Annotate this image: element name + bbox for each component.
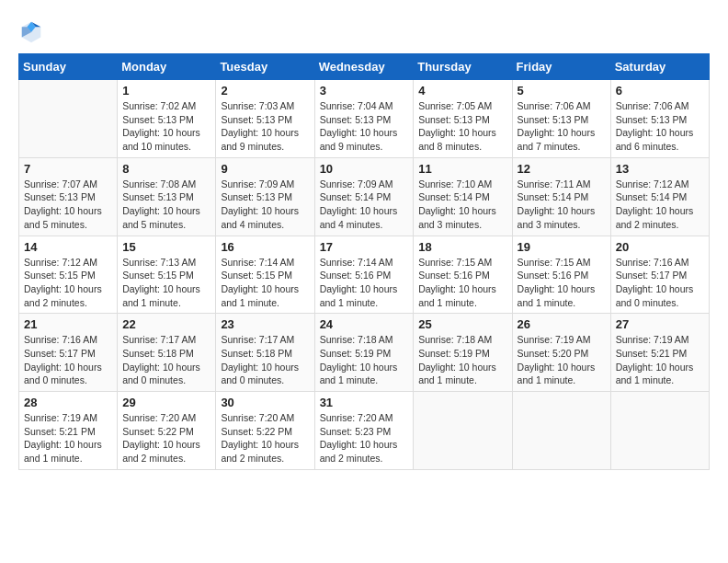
calendar-week-1: 1Sunrise: 7:02 AM Sunset: 5:13 PM Daylig… — [19, 80, 710, 158]
day-info: Sunrise: 7:20 AM Sunset: 5:23 PM Dayligh… — [320, 411, 409, 465]
day-header-thursday: Thursday — [414, 54, 512, 80]
calendar-cell — [610, 392, 709, 470]
day-info: Sunrise: 7:13 AM Sunset: 5:15 PM Dayligh… — [122, 256, 210, 310]
calendar-week-3: 14Sunrise: 7:12 AM Sunset: 5:15 PM Dayli… — [19, 236, 710, 314]
day-info: Sunrise: 7:04 AM Sunset: 5:13 PM Dayligh… — [320, 99, 409, 154]
day-number: 3 — [320, 84, 409, 98]
calendar-cell: 30Sunrise: 7:20 AM Sunset: 5:22 PM Dayli… — [216, 392, 314, 470]
day-info: Sunrise: 7:12 AM Sunset: 5:14 PM Dayligh… — [616, 178, 704, 232]
day-number: 11 — [418, 162, 506, 176]
calendar-cell: 21Sunrise: 7:16 AM Sunset: 5:17 PM Dayli… — [19, 314, 118, 392]
day-number: 25 — [418, 317, 506, 331]
calendar-cell: 17Sunrise: 7:14 AM Sunset: 5:16 PM Dayli… — [314, 236, 414, 314]
calendar-cell: 29Sunrise: 7:20 AM Sunset: 5:22 PM Dayli… — [118, 392, 216, 470]
calendar-cell: 25Sunrise: 7:18 AM Sunset: 5:19 PM Dayli… — [414, 314, 512, 392]
day-info: Sunrise: 7:02 AM Sunset: 5:13 PM Dayligh… — [122, 99, 210, 154]
day-info: Sunrise: 7:19 AM Sunset: 5:21 PM Dayligh… — [616, 333, 704, 387]
day-info: Sunrise: 7:14 AM Sunset: 5:15 PM Dayligh… — [221, 256, 309, 310]
day-number: 18 — [418, 240, 506, 254]
calendar-cell: 26Sunrise: 7:19 AM Sunset: 5:20 PM Dayli… — [512, 314, 610, 392]
day-number: 17 — [320, 240, 409, 254]
day-header-tuesday: Tuesday — [216, 54, 314, 80]
day-info: Sunrise: 7:20 AM Sunset: 5:22 PM Dayligh… — [221, 411, 309, 465]
calendar-cell: 28Sunrise: 7:19 AM Sunset: 5:21 PM Dayli… — [19, 392, 118, 470]
day-info: Sunrise: 7:15 AM Sunset: 5:16 PM Dayligh… — [518, 256, 606, 310]
day-info: Sunrise: 7:11 AM Sunset: 5:14 PM Dayligh… — [518, 178, 606, 232]
calendar-cell: 22Sunrise: 7:17 AM Sunset: 5:18 PM Dayli… — [118, 314, 216, 392]
day-number: 2 — [221, 84, 309, 98]
calendar-cell: 8Sunrise: 7:08 AM Sunset: 5:13 PM Daylig… — [118, 157, 216, 236]
day-number: 23 — [221, 317, 309, 331]
day-info: Sunrise: 7:14 AM Sunset: 5:16 PM Dayligh… — [320, 256, 409, 310]
calendar-cell: 19Sunrise: 7:15 AM Sunset: 5:16 PM Dayli… — [512, 236, 610, 314]
logo-icon — [18, 18, 44, 44]
day-info: Sunrise: 7:06 AM Sunset: 5:13 PM Dayligh… — [518, 99, 606, 154]
calendar-cell: 14Sunrise: 7:12 AM Sunset: 5:15 PM Dayli… — [19, 236, 118, 314]
day-info: Sunrise: 7:18 AM Sunset: 5:19 PM Dayligh… — [320, 333, 409, 387]
day-info: Sunrise: 7:12 AM Sunset: 5:15 PM Dayligh… — [24, 256, 112, 310]
day-number: 12 — [518, 162, 606, 176]
calendar-week-2: 7Sunrise: 7:07 AM Sunset: 5:13 PM Daylig… — [19, 157, 710, 236]
day-info: Sunrise: 7:19 AM Sunset: 5:20 PM Dayligh… — [518, 333, 606, 387]
day-info: Sunrise: 7:10 AM Sunset: 5:14 PM Dayligh… — [418, 178, 506, 232]
calendar-cell: 24Sunrise: 7:18 AM Sunset: 5:19 PM Dayli… — [314, 314, 414, 392]
day-number: 10 — [320, 162, 409, 176]
calendar-week-4: 21Sunrise: 7:16 AM Sunset: 5:17 PM Dayli… — [19, 314, 710, 392]
day-number: 26 — [518, 317, 606, 331]
day-info: Sunrise: 7:05 AM Sunset: 5:13 PM Dayligh… — [418, 99, 506, 154]
day-number: 20 — [616, 240, 704, 254]
day-header-wednesday: Wednesday — [314, 54, 414, 80]
day-info: Sunrise: 7:08 AM Sunset: 5:13 PM Dayligh… — [122, 178, 210, 232]
day-info: Sunrise: 7:17 AM Sunset: 5:18 PM Dayligh… — [221, 333, 309, 387]
calendar-cell: 2Sunrise: 7:03 AM Sunset: 5:13 PM Daylig… — [216, 80, 314, 158]
day-info: Sunrise: 7:16 AM Sunset: 5:17 PM Dayligh… — [616, 256, 704, 310]
calendar-cell: 1Sunrise: 7:02 AM Sunset: 5:13 PM Daylig… — [118, 80, 216, 158]
day-info: Sunrise: 7:15 AM Sunset: 5:16 PM Dayligh… — [418, 256, 506, 310]
day-number: 16 — [221, 240, 309, 254]
day-info: Sunrise: 7:17 AM Sunset: 5:18 PM Dayligh… — [122, 333, 210, 387]
day-number: 5 — [518, 84, 606, 98]
calendar-cell: 27Sunrise: 7:19 AM Sunset: 5:21 PM Dayli… — [610, 314, 709, 392]
day-header-friday: Friday — [512, 54, 610, 80]
day-info: Sunrise: 7:07 AM Sunset: 5:13 PM Dayligh… — [24, 178, 112, 232]
calendar-table: SundayMondayTuesdayWednesdayThursdayFrid… — [18, 53, 710, 470]
day-number: 24 — [320, 317, 409, 331]
day-info: Sunrise: 7:09 AM Sunset: 5:13 PM Dayligh… — [221, 178, 309, 232]
day-number: 19 — [518, 240, 606, 254]
calendar-week-5: 28Sunrise: 7:19 AM Sunset: 5:21 PM Dayli… — [19, 392, 710, 470]
page-header — [18, 18, 710, 44]
day-number: 9 — [221, 162, 309, 176]
day-info: Sunrise: 7:09 AM Sunset: 5:14 PM Dayligh… — [320, 178, 409, 232]
logo — [18, 18, 48, 44]
calendar-cell: 6Sunrise: 7:06 AM Sunset: 5:13 PM Daylig… — [610, 80, 709, 158]
day-number: 13 — [616, 162, 704, 176]
day-info: Sunrise: 7:19 AM Sunset: 5:21 PM Dayligh… — [24, 411, 112, 465]
day-info: Sunrise: 7:03 AM Sunset: 5:13 PM Dayligh… — [221, 99, 309, 154]
calendar-cell — [512, 392, 610, 470]
calendar-cell: 16Sunrise: 7:14 AM Sunset: 5:15 PM Dayli… — [216, 236, 314, 314]
day-number: 29 — [122, 396, 210, 409]
day-number: 15 — [122, 240, 210, 254]
calendar-header-row: SundayMondayTuesdayWednesdayThursdayFrid… — [19, 54, 710, 80]
calendar-cell — [414, 392, 512, 470]
day-header-sunday: Sunday — [19, 54, 118, 80]
day-number: 7 — [24, 162, 112, 176]
calendar-cell: 12Sunrise: 7:11 AM Sunset: 5:14 PM Dayli… — [512, 157, 610, 236]
calendar-cell: 18Sunrise: 7:15 AM Sunset: 5:16 PM Dayli… — [414, 236, 512, 314]
calendar-cell: 13Sunrise: 7:12 AM Sunset: 5:14 PM Dayli… — [610, 157, 709, 236]
day-number: 30 — [221, 396, 309, 409]
day-header-saturday: Saturday — [610, 54, 709, 80]
calendar-cell: 7Sunrise: 7:07 AM Sunset: 5:13 PM Daylig… — [19, 157, 118, 236]
day-number: 22 — [122, 317, 210, 331]
day-number: 8 — [122, 162, 210, 176]
calendar-cell: 23Sunrise: 7:17 AM Sunset: 5:18 PM Dayli… — [216, 314, 314, 392]
day-number: 21 — [24, 317, 112, 331]
calendar-body: 1Sunrise: 7:02 AM Sunset: 5:13 PM Daylig… — [19, 80, 710, 470]
calendar-cell: 5Sunrise: 7:06 AM Sunset: 5:13 PM Daylig… — [512, 80, 610, 158]
day-number: 1 — [122, 84, 210, 98]
calendar-cell: 20Sunrise: 7:16 AM Sunset: 5:17 PM Dayli… — [610, 236, 709, 314]
calendar-cell: 15Sunrise: 7:13 AM Sunset: 5:15 PM Dayli… — [118, 236, 216, 314]
calendar-cell: 4Sunrise: 7:05 AM Sunset: 5:13 PM Daylig… — [414, 80, 512, 158]
day-info: Sunrise: 7:20 AM Sunset: 5:22 PM Dayligh… — [122, 411, 210, 465]
day-number: 27 — [616, 317, 704, 331]
